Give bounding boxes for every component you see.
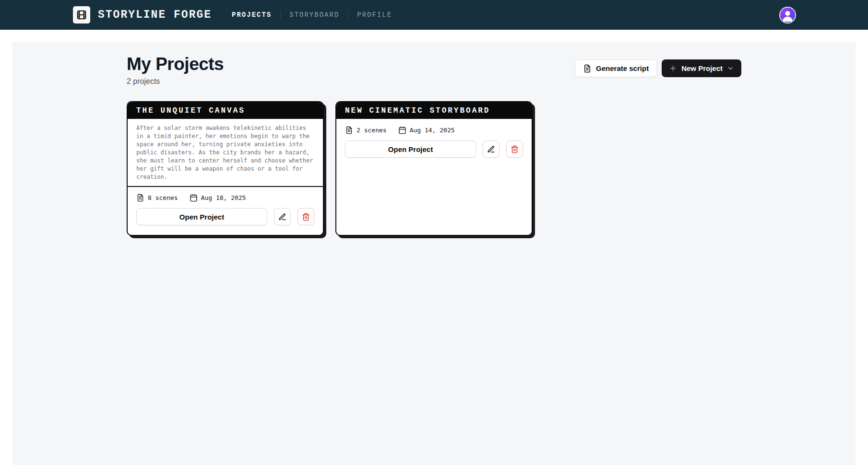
scene-count: 8 scenes: [136, 194, 178, 202]
project-count: 2 projects: [127, 77, 224, 86]
title-block: My Projects 2 projects: [127, 54, 224, 86]
brand-title: STORYLINE FORGE: [98, 9, 212, 21]
generate-script-button[interactable]: Generate script: [575, 59, 657, 77]
project-date: Aug 18, 2025: [190, 194, 246, 202]
scene-count-label: 2 scenes: [357, 127, 387, 134]
new-project-label: New Project: [681, 64, 723, 72]
calendar-icon: [398, 126, 406, 134]
trash-icon: [302, 213, 310, 221]
nav-projects[interactable]: PROJECTS: [232, 11, 272, 19]
project-date: Aug 14, 2025: [398, 126, 455, 134]
project-card-body: 2 scenes Aug 14, 2025: [336, 119, 532, 165]
scene-count-label: 8 scenes: [148, 194, 178, 201]
file-text-icon: [583, 64, 592, 73]
project-card: THE UNQUIET CANVAS After a solar storm a…: [127, 101, 324, 236]
project-card-buttons: Open Project: [136, 208, 314, 225]
nav-separator: [280, 11, 281, 19]
page-content: My Projects 2 projects Generate script: [127, 42, 741, 236]
app-logo[interactable]: [73, 6, 90, 23]
project-meta: 8 scenes Aug 18, 2025: [136, 194, 314, 202]
project-description: After a solar storm awakens telekinetic …: [128, 119, 323, 187]
file-text-icon: [345, 126, 353, 134]
user-avatar[interactable]: [780, 8, 795, 23]
scene-count: 2 scenes: [345, 126, 387, 134]
edit-project-button[interactable]: [274, 208, 291, 225]
plus-icon: [669, 64, 677, 72]
project-card-footer: 8 scenes Aug 18, 2025: [128, 187, 323, 232]
page-title: My Projects: [127, 54, 224, 74]
film-icon: [76, 10, 87, 20]
generate-script-label: Generate script: [596, 64, 649, 72]
calendar-icon: [190, 194, 198, 202]
chevron-down-icon: [727, 65, 734, 72]
page-panel: My Projects 2 projects Generate script: [12, 42, 856, 465]
project-card-title: THE UNQUIET CANVAS: [128, 102, 323, 119]
nav-profile[interactable]: PROFILE: [357, 11, 392, 19]
project-card: NEW CINEMATIC STORYBOARD 2 scenes: [335, 101, 533, 236]
nav-separator: [348, 11, 348, 19]
delete-project-button[interactable]: [506, 140, 523, 158]
project-meta: 2 scenes Aug 14, 2025: [345, 126, 523, 134]
page-actions: Generate script New Project: [575, 59, 741, 77]
title-row: My Projects 2 projects Generate script: [127, 54, 741, 86]
project-card-title: NEW CINEMATIC STORYBOARD: [336, 102, 532, 119]
open-project-button[interactable]: Open Project: [136, 208, 267, 225]
project-card-buttons: Open Project: [345, 140, 523, 158]
edit-project-button[interactable]: [483, 140, 499, 158]
project-date-label: Aug 18, 2025: [201, 194, 246, 201]
pen-icon: [278, 213, 286, 221]
open-project-button[interactable]: Open Project: [345, 140, 476, 158]
trash-icon: [511, 145, 519, 153]
header-inner: STORYLINE FORGE PROJECTS STORYBOARD PROF…: [65, 0, 803, 30]
delete-project-button[interactable]: [297, 208, 314, 225]
nav-storyboard[interactable]: STORYBOARD: [289, 11, 339, 19]
user-icon: [780, 8, 795, 23]
main-nav: PROJECTS STORYBOARD PROFILE: [232, 11, 392, 19]
new-project-button[interactable]: New Project: [662, 59, 741, 77]
project-date-label: Aug 14, 2025: [410, 127, 455, 134]
project-card-grid: THE UNQUIET CANVAS After a solar storm a…: [127, 101, 741, 236]
file-text-icon: [136, 194, 144, 202]
pen-icon: [487, 145, 495, 153]
app-header: STORYLINE FORGE PROJECTS STORYBOARD PROF…: [0, 0, 868, 30]
